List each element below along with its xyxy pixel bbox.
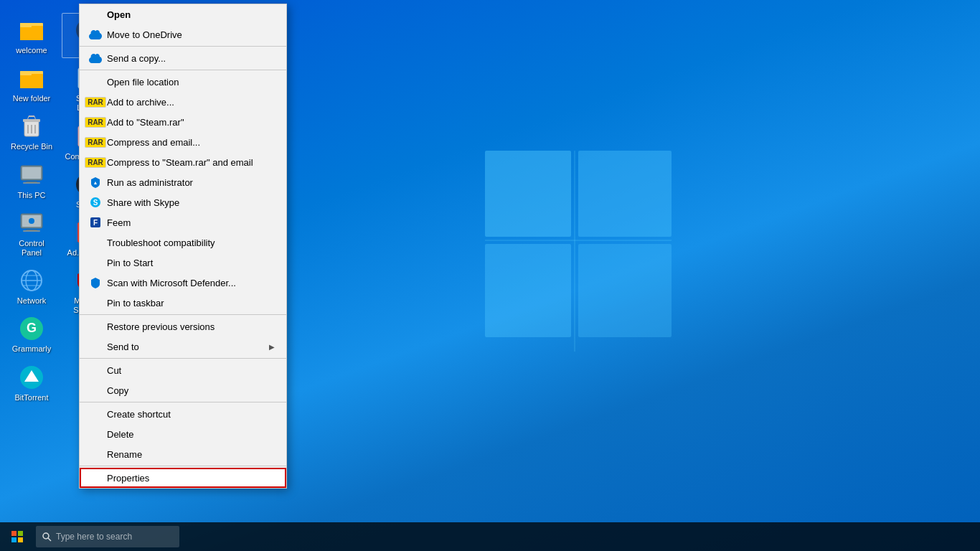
desktop-icon-this-pc[interactable]: This PC bbox=[6, 158, 57, 203]
pin-to-start-icon bbox=[88, 255, 103, 270]
cm-add-archive[interactable]: RAR Add to archive... bbox=[80, 92, 286, 112]
svg-rect-8 bbox=[20, 23, 32, 27]
bittorrent-icon-label: BitTorrent bbox=[14, 393, 48, 402]
svg-rect-19 bbox=[22, 167, 41, 179]
properties-icon bbox=[88, 471, 103, 485]
open-icon bbox=[88, 7, 103, 22]
run-as-admin-icon: ▲ bbox=[88, 175, 103, 189]
search-bar[interactable]: Type here to search bbox=[36, 526, 179, 547]
svg-rect-58 bbox=[11, 531, 17, 536]
svg-text:S: S bbox=[93, 199, 98, 207]
cm-create-shortcut[interactable]: Create shortcut bbox=[80, 404, 286, 424]
cm-send-copy[interactable]: Send a copy... bbox=[80, 48, 286, 68]
svg-rect-7 bbox=[20, 26, 43, 40]
desktop-icons-column-1: welcome New folder Recycle Bin bbox=[0, 7, 63, 411]
desktop-icon-welcome[interactable]: welcome bbox=[6, 13, 57, 58]
svg-rect-61 bbox=[18, 537, 23, 542]
cm-sep-3 bbox=[80, 314, 286, 315]
cm-share-skype-label: Share with Skype bbox=[107, 197, 179, 208]
this-pc-icon bbox=[17, 161, 46, 189]
svg-text:F: F bbox=[93, 219, 98, 227]
cm-scan-defender[interactable]: Scan with Microsoft Defender... bbox=[80, 273, 286, 293]
network-icon bbox=[17, 266, 46, 295]
cm-restore-versions[interactable]: Restore previous versions bbox=[80, 316, 286, 336]
rar-icon-1: RAR bbox=[85, 97, 106, 108]
cm-troubleshoot[interactable]: Troubleshoot compatibility bbox=[80, 232, 286, 253]
cm-sep-6 bbox=[80, 466, 286, 466]
cm-open[interactable]: Open bbox=[80, 4, 286, 24]
cm-pin-to-taskbar[interactable]: Pin to taskbar bbox=[80, 293, 286, 313]
svg-rect-1 bbox=[578, 151, 672, 237]
send-to-arrow: ▶ bbox=[269, 343, 275, 351]
svg-rect-0 bbox=[485, 151, 571, 237]
rar-icon-4: RAR bbox=[85, 157, 106, 168]
copy-icon bbox=[88, 383, 103, 397]
start-button[interactable] bbox=[0, 522, 34, 551]
cm-scan-defender-label: Scan with Microsoft Defender... bbox=[107, 278, 236, 288]
cm-copy[interactable]: Copy bbox=[80, 380, 286, 400]
cm-pin-to-start-label: Pin to Start bbox=[107, 258, 153, 268]
cm-properties-label: Properties bbox=[107, 473, 149, 484]
cm-send-copy-label: Send a copy... bbox=[107, 53, 166, 64]
cut-icon bbox=[88, 363, 103, 377]
svg-rect-25 bbox=[23, 230, 40, 232]
svg-rect-3 bbox=[578, 244, 672, 337]
cm-pin-to-start[interactable]: Pin to Start bbox=[80, 253, 286, 273]
welcome-icon-label: welcome bbox=[16, 46, 47, 55]
desktop-icon-control-panel[interactable]: Control Panel bbox=[6, 206, 57, 260]
bittorrent-icon bbox=[17, 363, 46, 392]
compress-steam-email-icon: RAR bbox=[88, 155, 103, 169]
cm-open-file-location[interactable]: Open file location bbox=[80, 72, 286, 92]
cm-feem[interactable]: F Feem bbox=[80, 212, 286, 232]
recycle-bin-icon bbox=[17, 112, 46, 141]
cm-compress-steam-email[interactable]: RAR Compress to "Steam.rar" and email bbox=[80, 152, 286, 172]
pin-to-taskbar-icon bbox=[88, 296, 103, 310]
cm-move-to-onedrive-label: Move to OneDrive bbox=[107, 29, 182, 40]
svg-rect-59 bbox=[18, 531, 23, 536]
cm-share-skype[interactable]: S Share with Skype bbox=[80, 192, 286, 212]
desktop-icon-new-folder[interactable]: New folder bbox=[6, 61, 57, 106]
cm-sep-2 bbox=[80, 70, 286, 70]
add-steam-rar-icon: RAR bbox=[88, 115, 103, 129]
search-placeholder: Type here to search bbox=[56, 532, 132, 542]
svg-point-62 bbox=[43, 533, 49, 539]
cm-delete[interactable]: Delete bbox=[80, 424, 286, 444]
share-skype-icon: S bbox=[88, 195, 103, 209]
cm-move-to-onedrive[interactable]: Move to OneDrive bbox=[80, 24, 286, 44]
cm-open-file-location-label: Open file location bbox=[107, 77, 179, 88]
context-menu: Open Move to OneDrive Send a copy... Ope… bbox=[79, 4, 287, 489]
cm-run-as-admin[interactable]: ▲ Run as administrator bbox=[80, 172, 286, 192]
cm-delete-label: Delete bbox=[107, 429, 134, 440]
scan-defender-icon bbox=[88, 276, 103, 290]
send-copy-icon bbox=[88, 51, 103, 65]
desktop-icon-recycle-bin[interactable]: Recycle Bin bbox=[6, 109, 57, 154]
grammarly-icon-label: Grammarly bbox=[12, 344, 51, 354]
cm-send-to[interactable]: Send to ▶ bbox=[80, 336, 286, 357]
recycle-bin-icon-label: Recycle Bin bbox=[11, 142, 52, 151]
cm-copy-label: Copy bbox=[107, 385, 128, 396]
cm-send-to-label: Send to bbox=[107, 342, 139, 352]
desktop-icon-network[interactable]: Network bbox=[6, 263, 57, 309]
svg-rect-60 bbox=[11, 537, 17, 542]
windows-logo bbox=[485, 151, 672, 352]
cm-add-steam-rar[interactable]: RAR Add to "Steam.rar" bbox=[80, 112, 286, 132]
cm-cut[interactable]: Cut bbox=[80, 360, 286, 380]
svg-text:G: G bbox=[27, 321, 37, 335]
create-shortcut-icon bbox=[88, 407, 103, 421]
desktop-icon-grammarly[interactable]: G Grammarly bbox=[6, 311, 57, 357]
cm-create-shortcut-label: Create shortcut bbox=[107, 409, 171, 420]
add-archive-icon: RAR bbox=[88, 95, 103, 109]
control-panel-icon-label: Control Panel bbox=[9, 239, 55, 258]
delete-icon bbox=[88, 427, 103, 441]
cm-compress-email[interactable]: RAR Compress and email... bbox=[80, 132, 286, 152]
cm-rename[interactable]: Rename bbox=[80, 444, 286, 464]
search-icon bbox=[42, 532, 52, 542]
cm-feem-label: Feem bbox=[107, 217, 131, 228]
cm-properties[interactable]: Properties bbox=[80, 468, 286, 488]
cm-restore-versions-label: Restore previous versions bbox=[107, 321, 215, 332]
desktop-icon-bittorrent[interactable]: BitTorrent bbox=[6, 360, 57, 405]
cm-compress-steam-email-label: Compress to "Steam.rar" and email bbox=[107, 157, 253, 168]
onedrive-icon bbox=[88, 27, 103, 42]
cm-run-as-admin-label: Run as administrator bbox=[107, 177, 193, 188]
cm-open-label: Open bbox=[107, 9, 131, 20]
